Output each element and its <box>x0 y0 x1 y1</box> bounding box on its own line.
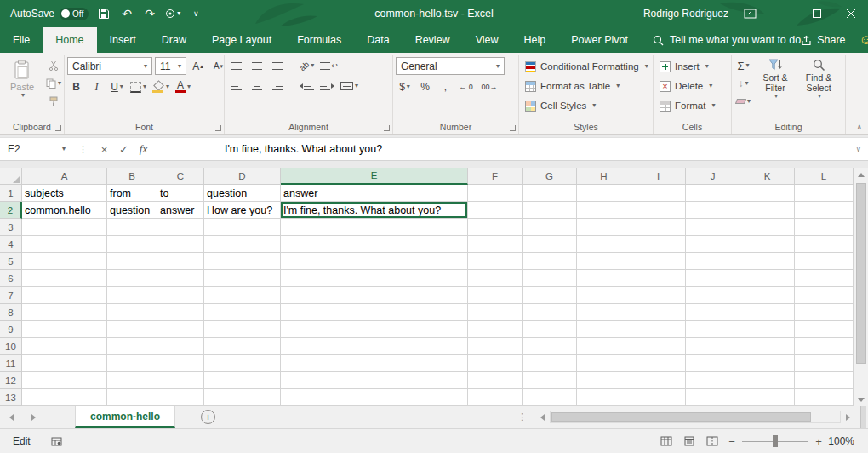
cell-H5[interactable] <box>577 253 631 270</box>
cell-G1[interactable] <box>523 185 577 202</box>
page-break-view-button[interactable] <box>700 429 723 453</box>
cell-C11[interactable] <box>157 355 204 372</box>
column-header-C[interactable]: C <box>157 168 204 185</box>
cell-K13[interactable] <box>740 389 795 406</box>
cell-D9[interactable] <box>204 321 281 338</box>
cell-L1[interactable] <box>795 185 854 202</box>
center-button[interactable] <box>248 78 266 95</box>
ribbon-display-options-button[interactable] <box>742 3 757 24</box>
cell-J7[interactable] <box>686 287 740 304</box>
comma-style-button[interactable]: , <box>437 78 454 95</box>
cell-F10[interactable] <box>468 338 523 355</box>
tab-power-pivot[interactable]: Power Pivot <box>558 27 641 53</box>
tab-formulas[interactable]: Formulas <box>284 27 354 53</box>
cell-D10[interactable] <box>204 338 281 355</box>
cell-E13[interactable] <box>281 389 468 406</box>
cell-K3[interactable] <box>740 219 795 236</box>
cell-D5[interactable] <box>204 253 281 270</box>
cell-G10[interactable] <box>523 338 577 355</box>
delete-cells-button[interactable]: × Delete▾ <box>656 77 718 95</box>
column-header-K[interactable]: K <box>740 168 795 185</box>
cell-K6[interactable] <box>740 270 795 287</box>
customize-quick-access-toolbar-button[interactable]: ∨ <box>188 3 203 24</box>
vertical-scrollbar[interactable] <box>854 168 868 406</box>
tab-review[interactable]: Review <box>403 27 463 53</box>
cell-L4[interactable] <box>795 236 854 253</box>
cell-F4[interactable] <box>468 236 523 253</box>
font-dialog-launcher-icon[interactable] <box>215 125 221 131</box>
increase-indent-button[interactable] <box>318 78 336 95</box>
italic-button[interactable]: I <box>88 78 106 95</box>
merge-center-button[interactable]: ▾ <box>339 78 360 95</box>
cell-K4[interactable] <box>740 236 795 253</box>
cell-I5[interactable] <box>631 253 686 270</box>
tab-splitter-handle[interactable]: ⋮ <box>517 411 527 422</box>
feedback-smiley-icon[interactable]: ☺ <box>859 27 868 53</box>
name-box[interactable]: E2▾ <box>0 138 71 160</box>
cell-F9[interactable] <box>468 321 523 338</box>
autosave-pill[interactable]: Off <box>60 8 89 20</box>
align-left-button[interactable] <box>227 78 245 95</box>
cell-J13[interactable] <box>686 389 740 406</box>
cell-H8[interactable] <box>577 304 631 321</box>
row-header-5[interactable]: 5 <box>0 253 22 270</box>
copy-button[interactable]: ▾ <box>44 75 63 92</box>
cell-G12[interactable] <box>523 372 577 389</box>
cell-F6[interactable] <box>468 270 523 287</box>
cell-G8[interactable] <box>523 304 577 321</box>
tab-view[interactable]: View <box>463 27 511 53</box>
clipboard-dialog-launcher-icon[interactable] <box>55 125 61 131</box>
underline-button[interactable]: U▾ <box>108 78 126 95</box>
cell-L10[interactable] <box>795 338 854 355</box>
cell-L8[interactable] <box>795 304 854 321</box>
cell-B13[interactable] <box>107 389 157 406</box>
cell-C9[interactable] <box>157 321 204 338</box>
column-header-G[interactable]: G <box>523 168 577 185</box>
cell-I10[interactable] <box>631 338 686 355</box>
row-header-11[interactable]: 11 <box>0 355 22 372</box>
cell-A7[interactable] <box>22 287 107 304</box>
cell-F3[interactable] <box>468 219 523 236</box>
row-header-13[interactable]: 13 <box>0 389 22 406</box>
enter-icon[interactable]: ✓ <box>114 143 134 156</box>
cell-I4[interactable] <box>631 236 686 253</box>
borders-button[interactable]: ▾ <box>128 78 148 95</box>
cell-I1[interactable] <box>631 185 686 202</box>
cell-I13[interactable] <box>631 389 686 406</box>
cell-I2[interactable] <box>631 202 686 219</box>
cell-J5[interactable] <box>686 253 740 270</box>
row-header-2[interactable]: 2 <box>0 202 22 219</box>
page-layout-view-button[interactable] <box>677 429 700 453</box>
cell-L6[interactable] <box>795 270 854 287</box>
sheet-tab-common-hello[interactable]: common-hello <box>75 406 175 428</box>
percent-style-button[interactable]: % <box>416 78 434 95</box>
cell-A5[interactable] <box>22 253 107 270</box>
cell-G4[interactable] <box>523 236 577 253</box>
formula-input[interactable]: I'm fine, thanks. What about you? <box>153 143 848 155</box>
cell-A12[interactable] <box>22 372 107 389</box>
cell-C6[interactable] <box>157 270 204 287</box>
cell-F11[interactable] <box>468 355 523 372</box>
zoom-out-button[interactable]: − <box>723 435 740 448</box>
cell-J10[interactable] <box>686 338 740 355</box>
paste-button[interactable]: Paste ▾ <box>3 57 42 120</box>
cell-E7[interactable] <box>281 287 468 304</box>
cell-G6[interactable] <box>523 270 577 287</box>
increase-decimal-button[interactable]: ←.0 <box>457 78 475 95</box>
sort-filter-button[interactable]: Sort & Filter▾ <box>755 57 796 120</box>
zoom-slider[interactable] <box>742 435 808 447</box>
cell-A2[interactable]: common.hello <box>22 202 107 219</box>
macro-record-button[interactable] <box>51 437 62 446</box>
number-format-combobox[interactable]: General▾ <box>396 57 505 75</box>
cell-H7[interactable] <box>577 287 631 304</box>
undo-button[interactable]: ↶ <box>119 3 134 24</box>
cell-I12[interactable] <box>631 372 686 389</box>
cell-E11[interactable] <box>281 355 468 372</box>
sheet-split-handle[interactable] <box>860 406 866 428</box>
cell-D7[interactable] <box>204 287 281 304</box>
vertical-scroll-thumb[interactable] <box>856 183 866 364</box>
column-header-D[interactable]: D <box>204 168 281 185</box>
scroll-left-icon[interactable] <box>535 406 550 428</box>
collapse-ribbon-button[interactable]: ∧ <box>856 123 862 131</box>
sheet-nav-right-icon[interactable] <box>22 406 44 428</box>
